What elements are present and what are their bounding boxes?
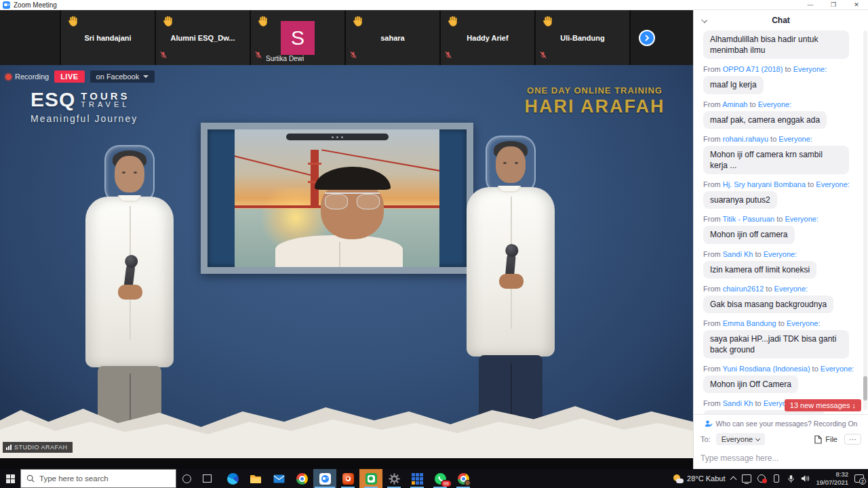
app-grid-icon[interactable] bbox=[406, 469, 429, 488]
cortana-icon bbox=[182, 474, 191, 483]
participant-tile[interactable]: Alumni ESQ_Dw... bbox=[156, 10, 251, 65]
presenter-hands bbox=[118, 285, 142, 300]
participant-tile[interactable]: Haddy Arief bbox=[441, 10, 536, 65]
participant-tile[interactable]: Sri handajani bbox=[61, 10, 156, 65]
raised-hand-icon bbox=[161, 15, 174, 28]
sender-name: Titik - Pasuruan bbox=[723, 215, 775, 223]
mail-icon[interactable] bbox=[267, 469, 290, 488]
filmstrip-end-tile bbox=[631, 10, 693, 65]
more-options-button[interactable]: ··· bbox=[844, 434, 861, 445]
edge-icon[interactable] bbox=[221, 469, 244, 488]
minimize-button[interactable]: — bbox=[799, 0, 822, 9]
chat-message-bubble: saya pakai HP...jadi TDK bisa ganti back… bbox=[703, 330, 849, 359]
participant-filmstrip: Sri handajaniAlumni ESQ_Dw...SSurtika De… bbox=[0, 10, 693, 65]
tray-overflow-icon[interactable] bbox=[730, 476, 737, 483]
raised-hand-icon bbox=[541, 15, 554, 28]
shirt-collar bbox=[118, 195, 141, 202]
network-icon[interactable] bbox=[742, 474, 751, 483]
search-placeholder: Type here to search bbox=[39, 474, 108, 483]
chat-footer: Who can see your messages? Recording On … bbox=[694, 414, 868, 469]
speaker-icon[interactable] bbox=[801, 474, 810, 483]
chrome-profile-icon[interactable] bbox=[452, 469, 475, 488]
participant-tile[interactable]: sahara bbox=[346, 10, 441, 65]
live-on-facebook-dropdown[interactable]: on Facebook bbox=[90, 70, 155, 83]
chat-message-meta: From Emma Bandung to Everyone: bbox=[703, 319, 859, 327]
participant-name: Uli-Bandung bbox=[536, 34, 629, 42]
close-button[interactable]: ✕ bbox=[845, 0, 868, 9]
notification-badge: 2 bbox=[859, 478, 866, 485]
sync-alert-icon[interactable] bbox=[757, 474, 766, 483]
chat-message: Alhamdulillah bisa hadir untuk menimbah … bbox=[703, 30, 859, 59]
chat-scrollbar-thumb[interactable] bbox=[863, 376, 867, 401]
collapse-chat-icon[interactable] bbox=[701, 17, 707, 23]
chat-message: From Sandi Kh to Everyone:Izin kamera of… bbox=[703, 250, 859, 279]
chat-message: From OPPO A71 (2018) to Everyone:maaf lg… bbox=[703, 65, 859, 94]
taskbar: Type here to search 99 bbox=[0, 469, 868, 488]
recipient-name: Everyone: bbox=[785, 215, 818, 223]
sender-name: Yuni Rosdiana (Indonesia) bbox=[723, 365, 810, 373]
sender-name: rohani.rahayu bbox=[723, 135, 768, 143]
muted-mic-icon bbox=[159, 51, 167, 59]
microphone-icon[interactable] bbox=[787, 474, 795, 483]
envelope-icon bbox=[273, 474, 285, 483]
taskbar-search[interactable]: Type here to search bbox=[20, 469, 176, 488]
cortana-button[interactable] bbox=[176, 474, 197, 483]
next-participants-button[interactable] bbox=[639, 30, 655, 46]
chat-title: Chat bbox=[772, 16, 790, 25]
sender-name: Hj. Sry haryani Bombana bbox=[723, 180, 806, 188]
chat-scrollbar[interactable] bbox=[863, 30, 867, 410]
settings-icon[interactable] bbox=[382, 469, 406, 488]
recipient-dropdown[interactable]: Everyone bbox=[716, 433, 765, 445]
signal-bars-icon bbox=[6, 445, 12, 450]
notification-icon[interactable]: 2 bbox=[854, 474, 864, 483]
speaker-glasses bbox=[325, 192, 380, 209]
participant-avatar: S bbox=[281, 21, 315, 55]
chat-message-bubble: Izin kamera off limit koneksi bbox=[703, 261, 816, 279]
participant-name: Sri handajani bbox=[61, 34, 155, 42]
chat-message-bubble: maaf pak, camera enggak ada bbox=[703, 111, 827, 129]
logo-travel-text: TRAVEL bbox=[81, 101, 130, 108]
whatsapp-icon[interactable]: 99 bbox=[429, 469, 452, 488]
file-label: File bbox=[825, 435, 837, 443]
office-icon[interactable] bbox=[336, 469, 359, 488]
person-check-icon bbox=[705, 420, 713, 428]
muted-mic-icon bbox=[539, 51, 547, 59]
chat-message-meta: From Titik - Pasuruan to Everyone: bbox=[703, 215, 859, 223]
search-icon bbox=[26, 474, 35, 483]
bridge-cable bbox=[235, 150, 315, 177]
chrome-icon[interactable] bbox=[290, 469, 313, 488]
zoom-taskbar-icon[interactable] bbox=[313, 469, 336, 488]
restore-button[interactable]: ❐ bbox=[822, 0, 845, 9]
recording-indicator[interactable]: Recording bbox=[5, 73, 49, 81]
phone-link-icon[interactable] bbox=[774, 474, 779, 483]
speaker-shirt bbox=[275, 235, 402, 267]
chevron-down-icon bbox=[143, 75, 149, 78]
participant-tile[interactable]: Uli-Bandung bbox=[536, 10, 631, 65]
participant-name: Haddy Arief bbox=[441, 34, 534, 42]
participant-name-label: STUDIO ARAFAH bbox=[3, 442, 73, 453]
file-explorer-icon[interactable] bbox=[244, 469, 267, 488]
message-input[interactable] bbox=[701, 453, 861, 463]
video-app-icon[interactable] bbox=[359, 469, 382, 488]
chat-message: From Yuni Rosdiana (Indonesia) to Everyo… bbox=[703, 365, 859, 393]
start-button[interactable] bbox=[0, 469, 20, 488]
weather-widget[interactable]: 28°C Kabut bbox=[673, 474, 725, 483]
raised-hand-icon bbox=[351, 15, 364, 28]
participant-tile[interactable]: SSurtika Dewi bbox=[251, 10, 346, 65]
muted-mic-icon bbox=[444, 51, 452, 59]
chevron-down-icon bbox=[755, 436, 760, 441]
chat-message-meta: From OPPO A71 (2018) to Everyone: bbox=[703, 65, 859, 73]
raised-hand-icon bbox=[446, 15, 459, 28]
window-titlebar: Zoom Meeting — ❐ ✕ bbox=[0, 0, 868, 10]
file-button[interactable]: File bbox=[814, 435, 837, 444]
participant-name: Surtika Dewi bbox=[266, 55, 304, 62]
task-view-button[interactable] bbox=[197, 474, 217, 483]
participant-tile[interactable] bbox=[0, 10, 61, 65]
bridge-tower bbox=[311, 150, 319, 206]
sender-name: chairun2612 bbox=[723, 285, 764, 293]
training-line2: HARI ARAFAH bbox=[510, 96, 679, 117]
task-view-icon bbox=[203, 474, 212, 483]
clock[interactable]: 8:32 19/07/2021 bbox=[816, 470, 848, 487]
new-messages-button[interactable]: 13 new messages ↓ bbox=[785, 399, 861, 411]
cloud-decoration bbox=[0, 393, 693, 458]
